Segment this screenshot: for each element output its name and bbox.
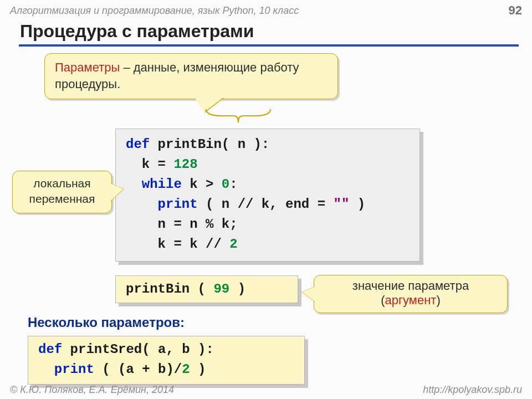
- callout-arg-line1: значение параметра: [352, 279, 469, 293]
- term-argument: аргумент: [385, 293, 437, 307]
- code-definition: def printBin( n ): k = 128 while k > 0: …: [115, 129, 420, 262]
- footer-url: http://kpolyakov.spb.ru: [423, 384, 522, 396]
- page-number: 92: [509, 3, 522, 18]
- callout-argument: значение параметра (аргумент): [314, 275, 508, 313]
- code-call: printBin ( 99 ): [115, 275, 298, 303]
- slide-header: Алгоритмизация и программирование, язык …: [0, 3, 532, 18]
- copyright: © К.Ю. Поляков, Е.А. Ерёмин, 2014: [10, 384, 174, 396]
- course-title: Алгоритмизация и программирование, язык …: [10, 5, 299, 17]
- callout-parameters: Параметры – данные, изменяющие работу пр…: [44, 53, 338, 99]
- code-printSred: def printSred( a, b ): print ( (a + b)/2…: [28, 336, 305, 385]
- term-parametry: Параметры: [55, 60, 120, 74]
- brace-icon: [205, 108, 272, 124]
- callout-tail: [110, 183, 124, 201]
- title-underline: [19, 44, 519, 47]
- callout-localvar-line2: переменная: [29, 192, 95, 205]
- callout-local-variable: локальная переменная: [12, 171, 112, 213]
- page-title: Процедура с параметрами: [20, 21, 254, 42]
- callout-tail: [302, 287, 315, 302]
- slide-footer: © К.Ю. Поляков, Е.А. Ерёмин, 2014 http:/…: [0, 384, 532, 396]
- callout-localvar-line1: локальная: [33, 177, 90, 190]
- subtitle-multiple-params: Несколько параметров:: [28, 315, 185, 330]
